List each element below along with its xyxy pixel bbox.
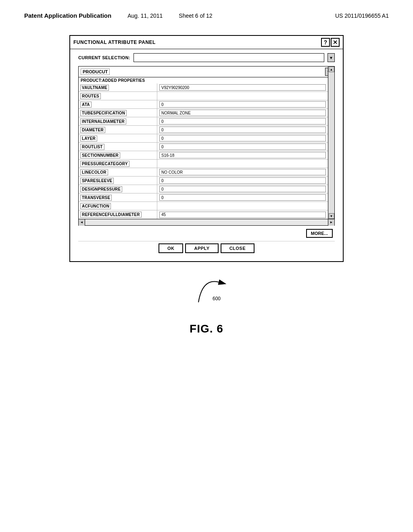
property-value-cell: 45 [157,210,328,219]
property-value: 0 [159,143,326,150]
table-row: VAULTNAMEV92Y90290200 [79,83,328,92]
property-name-cell: ACFUNCTION [79,202,157,210]
property-value-cell: 0 [157,134,328,142]
ok-button[interactable]: OK [159,243,184,253]
property-value-cell [157,160,328,168]
property-name: INTERNALDIAMETER [80,118,126,125]
property-name: SPARESLEEVE [80,178,114,184]
property-value-cell [157,202,328,210]
property-name-cell: DIAMETER [79,126,157,134]
property-name: ATA [80,102,92,108]
table-row: PRESSURECATEGORY [79,160,328,168]
scroll-track [85,219,328,225]
help-button[interactable]: ? [321,38,330,47]
property-name-cell: TUBESPECIFICATION [79,109,157,117]
scroll-up-icon: ▲ [330,68,333,71]
table-row: TRANSVERSE0 [79,193,328,202]
property-name: ACFUNCTION [80,203,111,209]
table-row: SPARESLEEVE0 [79,177,328,185]
property-name: ROUTLIST [80,144,104,150]
property-value: NO COLOR [159,169,326,175]
main-content: FUNCTIONAL ATTRIBUTE PANEL ? ✕ CURRENT S… [0,23,413,347]
more-button[interactable]: MORE... [306,229,333,238]
page: Patent Application Publication Aug. 11, … [0,0,413,532]
properties-scroll-area: PRODUCUT ▼ PRODUCT:ADDED PROPERTIES VAUL… [78,66,335,219]
property-value: S16-18 [159,152,326,158]
property-value: 0 [159,127,326,133]
scroll-down-button[interactable]: ▼ [329,213,334,219]
property-value: 0 [159,177,326,184]
property-name: TUBESPECIFICATION [80,110,127,116]
property-name-cell: DESIGNPRESSURE [79,185,157,193]
patent-label: Patent Application Publication [24,12,111,19]
property-name-cell: VAULTNAME [79,83,157,91]
property-value-cell [157,92,328,100]
property-name: ROUTES [80,93,101,99]
current-selection-dropdown[interactable]: ▼ [327,53,335,62]
scroll-left-button[interactable]: ◄ [79,219,85,226]
action-buttons-row: OK APPLY CLOSE [78,241,335,257]
table-row: ATA0 [79,100,328,109]
current-selection-row: CURRENT SELECTION: ▼ [78,53,335,62]
property-name-cell: PRESSURECATEGORY [79,160,157,168]
dialog-close-button[interactable]: ✕ [331,38,340,47]
header: Patent Application Publication Aug. 11, … [0,0,413,23]
property-name-cell: ROUTLIST [79,143,157,151]
property-name: VAULTNAME [80,85,109,91]
scroll-down-icon: ▼ [330,214,333,218]
property-value: 0 [159,101,326,108]
table-row: DESIGNPRESSURE0 [79,185,328,193]
property-value: 0 [159,118,326,125]
property-name: REFERENCEFULLDIAMETER [80,212,142,218]
scroll-up-button[interactable]: ▲ [329,66,334,72]
property-value: 0 [159,135,326,141]
property-name-cell: REFERENCEFULLDIAMETER [79,210,157,219]
more-button-row: MORE... [78,226,335,241]
property-name: TRANSVERSE [80,195,112,201]
dialog-title-icons: ? ✕ [321,38,340,47]
property-value-cell: 0 [157,126,328,134]
table-row: INTERNALDIAMETER0 [79,117,328,126]
property-name-cell: ATA [79,100,157,108]
property-value-cell: 0 [157,177,328,185]
header-number: US 2011/0196655 A1 [335,12,389,19]
property-value-cell: 0 [157,143,328,151]
property-name-cell: SECTIONNUMBER [79,151,157,159]
apply-button[interactable]: APPLY [185,243,218,253]
property-name-cell: LINECOLOR [79,168,157,176]
property-value-cell: S16-18 [157,151,328,159]
diagram-label: 600 [213,296,221,301]
current-selection-input[interactable] [133,53,324,62]
property-name: SECTIONNUMBER [80,152,120,158]
table-row: TUBESPECIFICATIONNORMAL ZONE [79,109,328,117]
header-date: Aug. 11, 2011 [127,12,163,19]
property-name-cell: LAYER [79,134,157,142]
property-value: NORMAL ZONE [159,110,326,116]
property-value: 0 [159,194,326,201]
help-icon: ? [324,39,327,46]
property-name: LAYER [80,135,97,141]
close-button[interactable]: CLOSE [221,243,254,253]
product-section-header: PRODUCUT ▼ [79,66,334,77]
dialog-title: FUNCTIONAL ATTRIBUTE PANEL [73,39,156,45]
property-name-cell: TRANSVERSE [79,193,157,202]
table-row: ROUTES [79,92,328,100]
properties-table: VAULTNAMEV92Y90290200ROUTESATA0TUBESPECI… [79,83,328,219]
scroll-right-button[interactable]: ► [328,219,334,226]
product-subtitle: PRODUCT:ADDED PROPERTIES [79,77,334,83]
close-icon: ✕ [333,39,338,46]
product-label: PRODUCUT [81,69,110,75]
property-name: DESIGNPRESSURE [80,186,122,192]
property-name: LINECOLOR [80,169,108,175]
table-row: LAYER0 [79,134,328,143]
property-value: 45 [159,212,326,218]
property-value-cell: 0 [157,193,328,202]
table-row: SECTIONNUMBERS16-18 [79,151,328,160]
vertical-scrollbar[interactable]: ▲ ▼ [328,66,334,219]
functional-attribute-dialog: FUNCTIONAL ATTRIBUTE PANEL ? ✕ CURRENT S… [69,35,344,262]
table-row: DIAMETER0 [79,126,328,134]
property-value: V92Y90290200 [159,84,326,91]
table-row: REFERENCEFULLDIAMETER45 [79,210,328,219]
property-value-cell: 0 [157,100,328,108]
horizontal-scrollbar[interactable]: ◄ ► [78,219,335,226]
